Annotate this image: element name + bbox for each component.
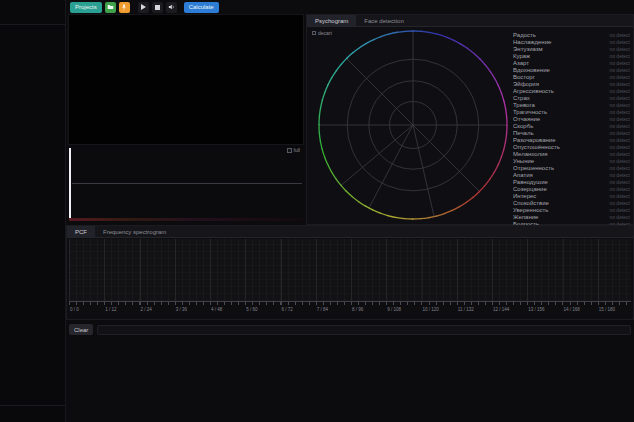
play-icon <box>141 4 146 10</box>
emotion-value: no detect <box>609 102 630 108</box>
emotion-value: no detect <box>609 186 630 192</box>
emotion-value: no detect <box>609 123 630 129</box>
emotion-row: Восторгno detect <box>513 73 630 80</box>
emotion-name: Апатия <box>513 172 533 178</box>
emotion-row: Энтузиазмno detect <box>513 45 630 52</box>
emotion-value: no detect <box>609 193 630 199</box>
volume-button[interactable] <box>166 2 177 13</box>
x-axis-tick-label: 9 / 108 <box>387 307 401 312</box>
emotion-name: Восторг <box>513 74 535 80</box>
psychogram-body: decart Радостьno detectНаслаждениеno det… <box>307 27 633 224</box>
emotion-name: Опустошённость <box>513 144 560 150</box>
emotion-row: Страхno detect <box>513 94 630 101</box>
emotion-value: no detect <box>609 116 630 122</box>
tab-face-detection[interactable]: Face detection <box>356 15 411 26</box>
emotion-name: Радость <box>513 32 536 38</box>
psychogram-polar-chart <box>317 29 509 221</box>
tab-frequency-spectrogram[interactable]: Frequency spectrogram <box>95 226 174 237</box>
emotion-row: Уверенностьno detect <box>513 206 630 213</box>
analysis-panel: Psychogram Face detection decart Радость… <box>306 14 634 225</box>
spectrogram-tabs: PCF Frequency spectrogram <box>67 226 633 238</box>
x-axis-tick-label: 6 / 72 <box>282 307 293 312</box>
x-axis-tick-label: 3 / 36 <box>176 307 187 312</box>
emotion-row: Уныниеno detect <box>513 157 630 164</box>
video-preview <box>68 14 304 145</box>
stop-button[interactable] <box>152 2 163 13</box>
play-button[interactable] <box>138 2 149 13</box>
emotion-value: no detect <box>609 172 630 178</box>
record-button[interactable] <box>119 2 130 13</box>
decart-label: decart <box>318 30 332 36</box>
decart-toggle[interactable]: decart <box>312 30 332 36</box>
emotion-row: Печальno detect <box>513 129 630 136</box>
emotion-row: Меланхолияno detect <box>513 150 630 157</box>
emotion-row: Желаниеno detect <box>513 213 630 220</box>
waveform-color-strip <box>69 218 303 221</box>
emotion-name: Печаль <box>513 130 534 136</box>
emotion-value: no detect <box>609 60 630 66</box>
x-axis-tick-label: 0 / 0 <box>70 307 79 312</box>
microphone-icon <box>121 4 127 11</box>
emotion-list: Радостьno detectНаслаждениеno detectЭнту… <box>513 31 630 227</box>
emotion-name: Вдохновение <box>513 67 550 73</box>
projects-button[interactable]: Projects <box>70 2 102 13</box>
emotion-row: Эйфорияno detect <box>513 80 630 87</box>
emotion-value: no detect <box>609 144 630 150</box>
x-axis-tick-label: 12 / 144 <box>493 307 509 312</box>
emotion-row: Интересno detect <box>513 192 630 199</box>
x-axis-tick-label: 4 / 48 <box>211 307 222 312</box>
calculate-button[interactable]: Calculate <box>184 2 219 13</box>
emotion-name: Созерцание <box>513 186 547 192</box>
full-checkbox[interactable] <box>287 148 292 153</box>
x-axis-tick-label: 5 / 60 <box>246 307 257 312</box>
footer-row: Clear <box>66 322 634 337</box>
emotion-row: Разочарованиеno detect <box>513 136 630 143</box>
volume-icon <box>168 4 175 10</box>
clear-button[interactable]: Clear <box>69 324 93 335</box>
emotion-value: no detect <box>609 165 630 171</box>
emotion-value: no detect <box>609 67 630 73</box>
emotion-row: Наслаждениеno detect <box>513 38 630 45</box>
emotion-value: no detect <box>609 95 630 101</box>
tab-psychogram[interactable]: Psychogram <box>307 15 356 26</box>
emotion-name: Тревога <box>513 102 535 108</box>
emotion-value: no detect <box>609 39 630 45</box>
stop-icon <box>155 5 160 10</box>
emotion-value: no detect <box>609 81 630 87</box>
emotion-name: Уверенность <box>513 207 548 213</box>
emotion-row: Апатияno detect <box>513 171 630 178</box>
emotion-name: Энтузиазм <box>513 46 543 52</box>
emotion-value: no detect <box>609 109 630 115</box>
spectrogram-section: PCF Frequency spectrogram 0 / 01 / 122 /… <box>66 225 634 320</box>
sidebar-divider <box>0 405 65 406</box>
decart-checkbox[interactable] <box>312 31 316 35</box>
emotion-row: Отчаяниеno detect <box>513 115 630 122</box>
x-axis-tick-label: 8 / 96 <box>352 307 363 312</box>
spectrogram-plot[interactable]: 0 / 01 / 122 / 243 / 364 / 485 / 606 / 7… <box>69 239 631 319</box>
emotion-value: no detect <box>609 46 630 52</box>
tab-pcf[interactable]: PCF <box>67 226 95 237</box>
emotion-row: Радостьno detect <box>513 31 630 38</box>
playhead[interactable] <box>69 148 71 218</box>
emotion-value: no detect <box>609 53 630 59</box>
emotion-value: no detect <box>609 88 630 94</box>
open-folder-button[interactable] <box>105 2 116 13</box>
x-axis-tick-label: 1 / 12 <box>105 307 116 312</box>
emotion-value: no detect <box>609 179 630 185</box>
full-toggle[interactable]: full <box>287 147 300 153</box>
emotion-row: Опустошённостьno detect <box>513 143 630 150</box>
toolbar: Projects Calculate <box>70 1 219 13</box>
app-root: Projects Calculate <box>0 0 634 422</box>
full-label: full <box>294 147 300 153</box>
emotion-row: Отрешенностьno detect <box>513 164 630 171</box>
empty-workspace <box>66 338 634 422</box>
emotion-name: Интерес <box>513 193 536 199</box>
emotion-row: Спокойствиеno detect <box>513 199 630 206</box>
emotion-name: Отчаяние <box>513 116 540 122</box>
emotion-value: no detect <box>609 214 630 220</box>
x-axis-tick-label: 2 / 24 <box>141 307 152 312</box>
emotion-name: Равнодушие <box>513 179 548 185</box>
emotion-row: Созерцаниеno detect <box>513 185 630 192</box>
emotion-name: Кураж <box>513 53 530 59</box>
emotion-name: Спокойствие <box>513 200 549 206</box>
